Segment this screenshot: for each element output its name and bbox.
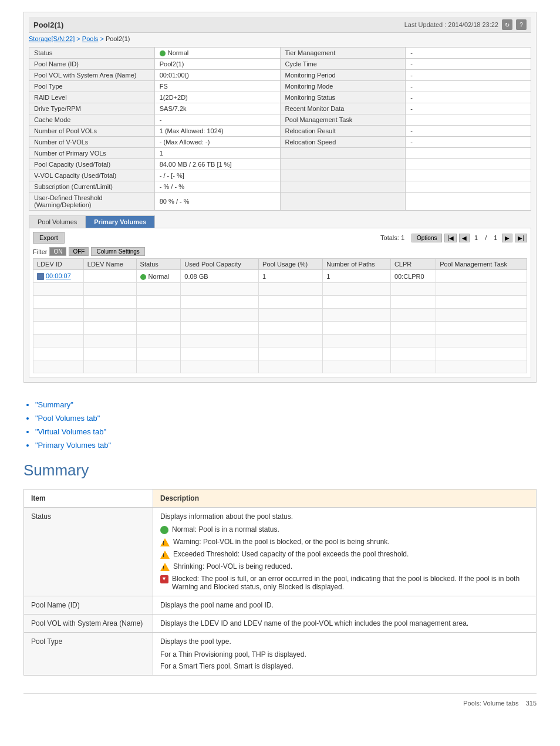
table-cell-empty bbox=[390, 322, 436, 335]
table-cell-empty bbox=[181, 347, 259, 360]
info-value: - bbox=[406, 126, 531, 137]
table-cell-empty bbox=[259, 309, 323, 322]
table-cell-empty bbox=[181, 296, 259, 309]
desc-item-label: Pool Name (ID) bbox=[24, 596, 153, 615]
list-item: "Virtual Volumes tab" bbox=[35, 427, 537, 436]
table-cell: 1 bbox=[259, 270, 323, 283]
info-label: Drive Type/RPM bbox=[29, 103, 155, 114]
desc-item-content: Displays the pool type.For a Thin Provis… bbox=[153, 633, 537, 676]
last-updated-label: Last Updated : 2014/02/18 23:22 bbox=[404, 21, 498, 28]
table-cell-empty bbox=[323, 322, 391, 335]
table-cell-empty bbox=[436, 347, 527, 360]
desc-sub-item: Shrinking: Pool-VOL is being reduced. bbox=[160, 562, 529, 571]
table-row: Number of V-VOLs- (Max Allowed: -)Reloca… bbox=[29, 137, 531, 148]
table-cell-empty bbox=[323, 347, 391, 360]
prev-page-button[interactable]: ◀ bbox=[459, 234, 470, 242]
info-value: 1(2D+2D) bbox=[154, 92, 280, 103]
breadcrumb: Storage[S/N:22] > Pools > Pool2(1) bbox=[29, 35, 531, 42]
filter-off-button[interactable]: OFF bbox=[69, 247, 89, 256]
table-cell-empty bbox=[390, 296, 436, 309]
table-row: Pool Name (ID)Pool2(1)Cycle Time- bbox=[29, 59, 531, 70]
info-label: Pool Type bbox=[29, 81, 155, 92]
table-row: StatusNormalTier Management- bbox=[29, 48, 531, 59]
page-separator: / bbox=[483, 234, 489, 241]
table-cell-empty bbox=[181, 322, 259, 335]
first-page-button[interactable]: |◀ bbox=[444, 234, 457, 242]
help-icon[interactable]: ? bbox=[516, 19, 527, 30]
info-label: Monitoring Period bbox=[280, 70, 406, 81]
info-label: Cache Mode bbox=[29, 114, 155, 126]
table-row bbox=[33, 360, 527, 373]
table-cell: 1 bbox=[323, 270, 391, 283]
table-cell-empty bbox=[259, 360, 323, 373]
info-label bbox=[280, 193, 406, 211]
export-button[interactable]: Export bbox=[33, 232, 65, 244]
info-value: Normal bbox=[154, 48, 280, 59]
info-value: - bbox=[406, 59, 531, 70]
summary-heading: Summary bbox=[23, 461, 537, 480]
desc-sub-text: For a Smart Tiers pool, Smart is display… bbox=[160, 662, 294, 670]
refresh-icon[interactable]: ↻ bbox=[502, 19, 512, 30]
breadcrumb-pools[interactable]: Pools bbox=[82, 35, 99, 42]
column-settings-button[interactable]: Column Settings bbox=[91, 247, 144, 256]
ldev-link[interactable]: 00:00:07 bbox=[46, 272, 71, 279]
filter-on-button[interactable]: ON bbox=[49, 247, 66, 256]
last-page-button[interactable]: ▶| bbox=[515, 234, 527, 242]
bullet-list: "Summary""Pool Volumes tab""Virtual Volu… bbox=[35, 400, 537, 450]
page-total: 1 bbox=[491, 234, 500, 241]
tab-primary-volumes[interactable]: Primary Volumes bbox=[85, 215, 155, 228]
next-page-button[interactable]: ▶ bbox=[502, 234, 512, 242]
desc-sub-item: For a Thin Provisioning pool, THP is dis… bbox=[160, 650, 529, 659]
info-label: Cycle Time bbox=[280, 59, 406, 70]
desc-sub-item: Exceeded Threshold: Used capacity of the… bbox=[160, 550, 529, 559]
info-value bbox=[406, 148, 531, 159]
column-header: LDEV ID bbox=[33, 259, 84, 270]
desc-header-item: Item bbox=[24, 490, 153, 508]
table-cell-empty bbox=[136, 347, 181, 360]
info-label: Number of Pool VOLs bbox=[29, 126, 155, 137]
desc-sub-text: Blocked: The pool is full, or an error o… bbox=[172, 575, 529, 591]
table-cell-empty bbox=[390, 283, 436, 296]
table-cell-empty bbox=[33, 296, 84, 309]
table-cell-empty bbox=[390, 360, 436, 373]
desc-item-content: Displays the pool name and pool ID. bbox=[153, 596, 537, 615]
table-row bbox=[33, 296, 527, 309]
totals-label: Totals: 1 bbox=[380, 234, 404, 241]
info-label: User-Defined Threshold (Warning/Depletio… bbox=[29, 193, 155, 211]
desc-item-label: Pool VOL with System Area (Name) bbox=[24, 615, 153, 633]
table-row: 00:00:07Normal0.08 GB1100:CLPR0 bbox=[33, 270, 527, 283]
filter-label: Filter bbox=[33, 248, 47, 255]
desc-main-text: Displays the LDEV ID and LDEV name of th… bbox=[160, 619, 529, 627]
desc-table-row: Pool Name (ID)Displays the pool name and… bbox=[24, 596, 537, 615]
desc-sub-text: Shrinking: Pool-VOL is being reduced. bbox=[173, 562, 292, 571]
blocked-status-icon bbox=[160, 575, 168, 583]
table-cell-empty bbox=[181, 360, 259, 373]
description-table: Item Description StatusDisplays informat… bbox=[23, 489, 537, 676]
info-value: - / - [- %] bbox=[154, 170, 280, 181]
table-row: Cache Mode-Pool Management Task bbox=[29, 114, 531, 126]
volume-area: Export Totals: 1 Options |◀ ◀ 1 / 1 ▶ ▶|… bbox=[29, 228, 531, 377]
info-label: Number of V-VOLs bbox=[29, 137, 155, 148]
table-cell[interactable]: 00:00:07 bbox=[33, 270, 84, 283]
column-header: LDEV Name bbox=[83, 259, 136, 270]
table-row bbox=[33, 347, 527, 360]
table-cell: 00:CLPR0 bbox=[390, 270, 436, 283]
pool-info-table: StatusNormalTier Management-Pool Name (I… bbox=[29, 47, 531, 211]
table-cell-empty bbox=[259, 283, 323, 296]
options-button[interactable]: Options bbox=[411, 234, 442, 242]
info-value: - bbox=[406, 70, 531, 81]
info-label bbox=[280, 170, 406, 181]
breadcrumb-storage[interactable]: Storage[S/N:22] bbox=[29, 35, 75, 42]
desc-main-text: Displays information about the pool stat… bbox=[160, 512, 529, 521]
info-value: - % / - % bbox=[154, 181, 280, 193]
table-row bbox=[33, 322, 527, 335]
info-label bbox=[280, 159, 406, 170]
status-dot-icon bbox=[160, 50, 166, 56]
desc-item-label: Status bbox=[24, 508, 153, 596]
table-cell-empty bbox=[83, 322, 136, 335]
table-header-row: LDEV IDLDEV NameStatusUsed Pool Capacity… bbox=[33, 259, 527, 270]
info-label: V-VOL Capacity (Used/Total) bbox=[29, 170, 155, 181]
status-dot-icon bbox=[140, 274, 146, 280]
tab-pool-volumes[interactable]: Pool Volumes bbox=[29, 215, 85, 228]
info-label: Pool Capacity (Used/Total) bbox=[29, 159, 155, 170]
